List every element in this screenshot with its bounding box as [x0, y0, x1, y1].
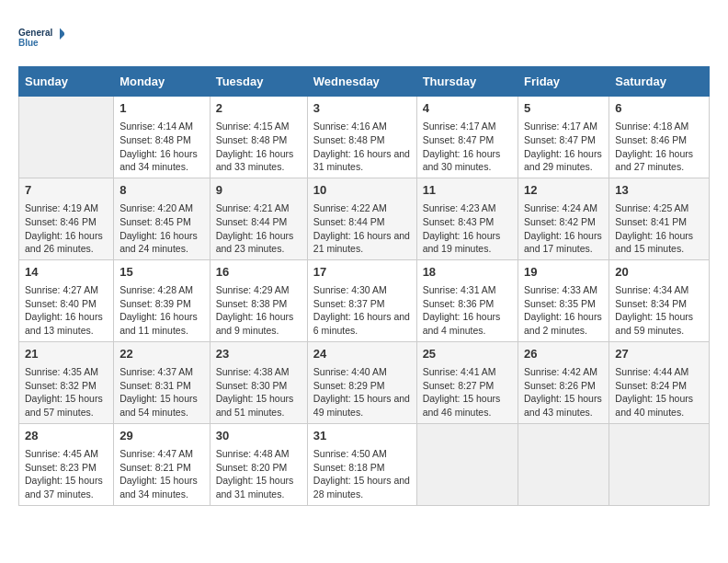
day-info: Sunrise: 4:40 AMSunset: 8:29 PMDaylight:…	[313, 365, 411, 419]
calendar-cell: 30 Sunrise: 4:48 AMSunset: 8:20 PMDaylig…	[210, 423, 307, 505]
day-info: Sunrise: 4:18 AMSunset: 8:46 PMDaylight:…	[615, 120, 703, 174]
day-number: 7	[25, 182, 108, 199]
day-number: 1	[119, 100, 204, 117]
logo-svg: General Blue	[18, 18, 64, 57]
day-info: Sunrise: 4:45 AMSunset: 8:23 PMDaylight:…	[25, 447, 108, 501]
calendar-cell: 13 Sunrise: 4:25 AMSunset: 8:41 PMDaylig…	[609, 178, 710, 259]
calendar-cell	[19, 97, 114, 178]
calendar-cell: 27 Sunrise: 4:44 AMSunset: 8:24 PMDaylig…	[609, 341, 710, 423]
calendar-cell: 23 Sunrise: 4:38 AMSunset: 8:30 PMDaylig…	[210, 341, 307, 423]
calendar-week-row: 21 Sunrise: 4:35 AMSunset: 8:32 PMDaylig…	[19, 341, 710, 423]
calendar-cell: 10 Sunrise: 4:22 AMSunset: 8:44 PMDaylig…	[307, 178, 416, 259]
calendar-cell: 12 Sunrise: 4:24 AMSunset: 8:42 PMDaylig…	[518, 178, 609, 259]
weekday-header: Wednesday	[307, 67, 416, 97]
day-number: 26	[524, 346, 603, 362]
calendar-week-row: 1 Sunrise: 4:14 AMSunset: 8:48 PMDayligh…	[19, 97, 710, 178]
calendar-cell: 25 Sunrise: 4:41 AMSunset: 8:27 PMDaylig…	[416, 341, 518, 423]
weekday-header: Thursday	[416, 67, 518, 97]
day-number: 19	[524, 264, 603, 281]
day-number: 27	[615, 346, 703, 362]
calendar-cell	[518, 423, 609, 505]
svg-marker-2	[60, 28, 64, 40]
calendar-cell: 8 Sunrise: 4:20 AMSunset: 8:45 PMDayligh…	[114, 178, 210, 259]
day-number: 3	[313, 100, 411, 117]
day-number: 9	[216, 182, 301, 199]
day-number: 21	[25, 346, 108, 362]
day-number: 18	[423, 264, 512, 281]
calendar-cell: 5 Sunrise: 4:17 AMSunset: 8:47 PMDayligh…	[518, 97, 609, 178]
calendar-cell	[416, 423, 518, 505]
day-number: 29	[119, 428, 204, 444]
calendar-cell: 9 Sunrise: 4:21 AMSunset: 8:44 PMDayligh…	[210, 178, 307, 259]
calendar-cell: 19 Sunrise: 4:33 AMSunset: 8:35 PMDaylig…	[518, 259, 609, 341]
calendar-cell: 2 Sunrise: 4:15 AMSunset: 8:48 PMDayligh…	[210, 97, 307, 178]
calendar-cell: 15 Sunrise: 4:28 AMSunset: 8:39 PMDaylig…	[114, 259, 210, 341]
day-info: Sunrise: 4:25 AMSunset: 8:41 PMDaylight:…	[615, 201, 703, 256]
calendar-cell: 20 Sunrise: 4:34 AMSunset: 8:34 PMDaylig…	[609, 259, 710, 341]
day-number: 30	[216, 428, 301, 444]
calendar-cell: 16 Sunrise: 4:29 AMSunset: 8:38 PMDaylig…	[210, 259, 307, 341]
day-info: Sunrise: 4:27 AMSunset: 8:40 PMDaylight:…	[25, 283, 108, 338]
day-number: 13	[615, 182, 703, 199]
calendar-cell: 6 Sunrise: 4:18 AMSunset: 8:46 PMDayligh…	[609, 97, 710, 178]
calendar-cell: 17 Sunrise: 4:30 AMSunset: 8:37 PMDaylig…	[307, 259, 416, 341]
calendar-cell: 29 Sunrise: 4:47 AMSunset: 8:21 PMDaylig…	[114, 423, 210, 505]
day-number: 20	[615, 264, 703, 281]
day-number: 23	[216, 346, 301, 362]
day-number: 25	[423, 346, 512, 362]
calendar-cell: 4 Sunrise: 4:17 AMSunset: 8:47 PMDayligh…	[416, 97, 518, 178]
calendar-cell: 1 Sunrise: 4:14 AMSunset: 8:48 PMDayligh…	[114, 97, 210, 178]
day-number: 6	[615, 100, 703, 117]
calendar-cell: 11 Sunrise: 4:23 AMSunset: 8:43 PMDaylig…	[416, 178, 518, 259]
calendar-week-row: 14 Sunrise: 4:27 AMSunset: 8:40 PMDaylig…	[19, 259, 710, 341]
day-info: Sunrise: 4:33 AMSunset: 8:35 PMDaylight:…	[524, 283, 603, 338]
day-info: Sunrise: 4:28 AMSunset: 8:39 PMDaylight:…	[119, 283, 204, 338]
day-info: Sunrise: 4:47 AMSunset: 8:21 PMDaylight:…	[119, 447, 204, 501]
day-number: 4	[423, 100, 512, 117]
calendar-cell: 31 Sunrise: 4:50 AMSunset: 8:18 PMDaylig…	[307, 423, 416, 505]
day-number: 15	[119, 264, 204, 281]
day-info: Sunrise: 4:35 AMSunset: 8:32 PMDaylight:…	[25, 365, 108, 419]
weekday-header: Saturday	[609, 67, 710, 97]
day-number: 5	[524, 100, 603, 117]
page-header: General Blue	[18, 18, 710, 57]
day-info: Sunrise: 4:37 AMSunset: 8:31 PMDaylight:…	[119, 365, 204, 419]
calendar-cell: 26 Sunrise: 4:42 AMSunset: 8:26 PMDaylig…	[518, 341, 609, 423]
calendar-cell: 22 Sunrise: 4:37 AMSunset: 8:31 PMDaylig…	[114, 341, 210, 423]
day-number: 28	[25, 428, 108, 444]
day-info: Sunrise: 4:17 AMSunset: 8:47 PMDaylight:…	[423, 120, 512, 174]
day-number: 24	[313, 346, 411, 362]
day-info: Sunrise: 4:19 AMSunset: 8:46 PMDaylight:…	[25, 201, 108, 256]
day-number: 12	[524, 182, 603, 199]
svg-text:General: General	[18, 28, 52, 38]
day-info: Sunrise: 4:23 AMSunset: 8:43 PMDaylight:…	[423, 201, 512, 256]
weekday-header: Friday	[518, 67, 609, 97]
day-info: Sunrise: 4:17 AMSunset: 8:47 PMDaylight:…	[524, 120, 603, 174]
day-info: Sunrise: 4:31 AMSunset: 8:36 PMDaylight:…	[423, 283, 512, 338]
day-info: Sunrise: 4:21 AMSunset: 8:44 PMDaylight:…	[216, 201, 301, 256]
calendar-week-row: 28 Sunrise: 4:45 AMSunset: 8:23 PMDaylig…	[19, 423, 710, 505]
calendar-cell	[609, 423, 710, 505]
day-info: Sunrise: 4:44 AMSunset: 8:24 PMDaylight:…	[615, 365, 703, 419]
day-number: 2	[216, 100, 301, 117]
weekday-header: Tuesday	[210, 67, 307, 97]
day-number: 17	[313, 264, 411, 281]
day-info: Sunrise: 4:14 AMSunset: 8:48 PMDaylight:…	[119, 120, 204, 174]
calendar-cell: 3 Sunrise: 4:16 AMSunset: 8:48 PMDayligh…	[307, 97, 416, 178]
day-info: Sunrise: 4:29 AMSunset: 8:38 PMDaylight:…	[216, 283, 301, 338]
calendar-cell: 24 Sunrise: 4:40 AMSunset: 8:29 PMDaylig…	[307, 341, 416, 423]
weekday-header: Monday	[114, 67, 210, 97]
day-number: 14	[25, 264, 108, 281]
day-number: 11	[423, 182, 512, 199]
day-info: Sunrise: 4:48 AMSunset: 8:20 PMDaylight:…	[216, 447, 301, 501]
calendar-cell: 18 Sunrise: 4:31 AMSunset: 8:36 PMDaylig…	[416, 259, 518, 341]
day-number: 16	[216, 264, 301, 281]
day-info: Sunrise: 4:22 AMSunset: 8:44 PMDaylight:…	[313, 201, 411, 256]
weekday-header: Sunday	[19, 67, 114, 97]
calendar-cell: 21 Sunrise: 4:35 AMSunset: 8:32 PMDaylig…	[19, 341, 114, 423]
day-info: Sunrise: 4:24 AMSunset: 8:42 PMDaylight:…	[524, 201, 603, 256]
day-info: Sunrise: 4:50 AMSunset: 8:18 PMDaylight:…	[313, 447, 411, 501]
weekday-header-row: SundayMondayTuesdayWednesdayThursdayFrid…	[19, 67, 710, 97]
day-number: 22	[119, 346, 204, 362]
logo: General Blue	[18, 18, 64, 57]
